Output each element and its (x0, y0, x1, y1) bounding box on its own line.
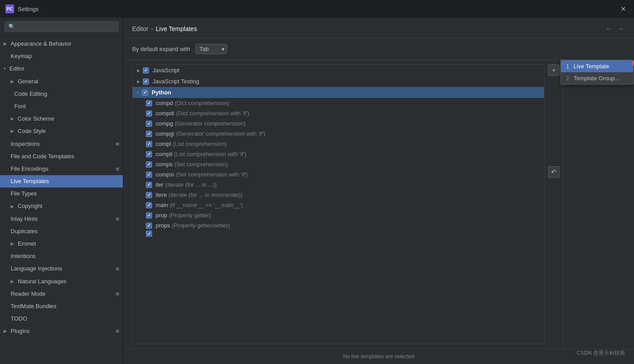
close-button[interactable]: ✕ (618, 4, 629, 13)
sidebar-item-editor[interactable]: ▾ Editor (0, 63, 123, 75)
tpl-item-desc-compl: (List comprehension) (173, 141, 227, 147)
sidebar-item-textmate-bundles[interactable]: TextMate Bundles (0, 300, 123, 313)
sidebar-item-inlay-hints[interactable]: Inlay Hints ▪ (0, 213, 123, 225)
template-list-inner: ▶ JavaScript ▶ JavaScript Testing (133, 65, 544, 344)
dropdown-popup: 1 Live Template 2 Template Group... (560, 60, 634, 85)
tpl-item-desc-compli: (List comprehension with 'if') (174, 151, 247, 157)
tpl-item-prop[interactable]: prop (Property getter) (133, 210, 544, 220)
tpl-group-javascript-testing[interactable]: ▶ JavaScript Testing (133, 76, 544, 87)
tpl-checkbox-props[interactable] (146, 223, 152, 229)
tpl-group-arrow-javascript-testing: ▶ (137, 79, 140, 84)
sidebar-item-color-scheme[interactable]: ▶ Color Scheme (0, 113, 123, 125)
tpl-checkbox-compl[interactable] (146, 141, 152, 147)
tpl-checkbox-compsi[interactable] (146, 172, 152, 178)
title-bar-left: PC Settings (5, 4, 39, 13)
breadcrumb-separator: › (151, 25, 153, 32)
tpl-checkbox-javascript-testing[interactable] (143, 78, 149, 85)
tpl-checkbox-compg[interactable] (146, 121, 152, 127)
tpl-group-name-javascript-testing: JavaScript Testing (153, 78, 199, 85)
tpl-item-compli[interactable]: compli (List comprehension with 'if') (133, 149, 544, 159)
tpl-group-python[interactable]: ▾ Python (133, 87, 544, 98)
undo-button[interactable]: ↶ (548, 166, 560, 178)
tpl-item-name-props: props (156, 222, 170, 229)
sidebar-label-font: Font (14, 102, 26, 110)
sidebar-item-code-editing[interactable]: Code Editing (0, 88, 123, 100)
dropdown-item-live-template[interactable]: 1 Live Template (561, 60, 633, 72)
tpl-item-compgi[interactable]: compgi (Generator comprehension with 'if… (133, 129, 544, 139)
tpl-checkbox-compdi[interactable] (146, 110, 152, 117)
sidebar-item-live-templates[interactable]: Live Templates (0, 175, 123, 188)
sidebar-item-file-code-templates[interactable]: File and Code Templates (0, 150, 123, 163)
sidebar-item-duplicates[interactable]: Duplicates (0, 225, 123, 238)
tpl-item-desc-compg: (Generator comprehension) (175, 120, 246, 127)
sidebar-label-code-editing: Code Editing (14, 90, 47, 98)
expand-arrow-natural-languages: ▶ (11, 278, 14, 285)
tpl-checkbox-itere[interactable] (146, 192, 152, 198)
expand-select[interactable]: Tab Enter Space (196, 44, 227, 54)
sidebar-item-todo[interactable]: TODO (0, 313, 123, 325)
tpl-checkbox-partial[interactable] (146, 231, 152, 237)
sidebar-item-general[interactable]: ▶ General (0, 75, 123, 88)
expand-select-wrapper: Tab Enter Space (196, 44, 227, 54)
tpl-item-desc-iter: (Iterate (for ... in ...)) (165, 181, 217, 188)
tpl-checkbox-compgi[interactable] (146, 131, 152, 137)
tpl-group-javascript[interactable]: ▶ JavaScript (133, 65, 544, 76)
tpl-checkbox-comps[interactable] (146, 161, 152, 168)
tpl-checkbox-javascript[interactable] (143, 67, 149, 74)
sidebar-item-intentions[interactable]: Intentions (0, 250, 123, 262)
expand-arrow-plugins: ▶ (4, 328, 7, 334)
tpl-item-main[interactable]: main (if __name__ == '__main__') (133, 200, 544, 210)
tpl-item-props[interactable]: props (Property getter/setter) (133, 220, 544, 231)
nav-forward-button[interactable]: → (616, 24, 625, 34)
sidebar-item-code-style[interactable]: ▶ Code Style (0, 125, 123, 137)
sidebar-label-editor: Editor (9, 65, 24, 73)
search-input[interactable] (4, 21, 118, 32)
sidebar-item-file-types[interactable]: File Types (0, 188, 123, 200)
tpl-item-partial[interactable] (133, 231, 544, 237)
title-bar-right: ✕ (618, 4, 629, 13)
tpl-checkbox-compd[interactable] (146, 100, 152, 106)
indicator-inspections: ▪ (116, 142, 119, 146)
tpl-item-iter[interactable]: iter (Iterate (for ... in ...)) (133, 180, 544, 190)
sidebar-item-inspections[interactable]: Inspections ▪ (0, 138, 123, 150)
tpl-item-itere[interactable]: itere (Iterate (for ... in enumerate)) (133, 190, 544, 200)
tpl-checkbox-main[interactable] (146, 202, 152, 208)
tpl-item-desc-props: (Property getter/setter) (172, 222, 230, 229)
tpl-item-compd[interactable]: compd (Dict comprehension) (133, 98, 544, 108)
tpl-group-arrow-python: ▾ (137, 90, 139, 95)
tpl-checkbox-compli[interactable] (146, 151, 152, 157)
sidebar-item-font[interactable]: Font (0, 100, 123, 113)
sidebar-label-general: General (18, 78, 38, 86)
sidebar-item-natural-languages[interactable]: ▶ Natural Languages (0, 275, 123, 288)
tpl-checkbox-python[interactable] (142, 90, 148, 96)
tpl-item-desc-main: (if __name__ == '__main__') (170, 202, 243, 208)
sidebar-label-intentions: Intentions (11, 252, 35, 260)
nav-back-button[interactable]: ← (605, 24, 614, 34)
sidebar-item-emmet[interactable]: ▶ Emmet (0, 238, 123, 250)
sidebar-label-emmet: Emmet (18, 240, 36, 248)
tpl-item-comps[interactable]: comps (Set comprehension) (133, 159, 544, 169)
dropdown-item-template-group[interactable]: 2 Template Group... (561, 72, 633, 84)
sidebar-item-file-encodings[interactable]: File Encodings ▪ (0, 163, 123, 175)
watermark: CSDN @景天科技苑 (576, 349, 625, 357)
sidebar-item-keymap[interactable]: Keymap (0, 50, 123, 63)
tpl-item-compg[interactable]: compg (Generator comprehension) (133, 118, 544, 129)
sidebar-item-appearance[interactable]: ▶ Appearance & Behavior (0, 38, 123, 50)
indicator-plugins: ▪ (116, 329, 119, 333)
tpl-item-desc-compsi: (Set comprehension with 'if') (176, 171, 247, 178)
tpl-item-desc-compgi: (Generator comprehension with 'if') (176, 130, 266, 137)
tpl-checkbox-iter[interactable] (146, 182, 152, 188)
tpl-item-compdi[interactable]: compdi (Dict comprehension with 'if') (133, 108, 544, 118)
tpl-item-compl[interactable]: compl (List comprehension) (133, 139, 544, 149)
sidebar-item-plugins[interactable]: ▶ Plugins ▪ (0, 325, 123, 337)
sidebar-item-copyright[interactable]: ▶ Copyright (0, 200, 123, 212)
sidebar-item-reader-mode[interactable]: Reader Mode ▪ (0, 288, 123, 300)
main-area: ▶ Appearance & Behavior Keymap ▾ Editor … (0, 18, 634, 364)
breadcrumb-current: Live Templates (156, 25, 197, 32)
tpl-checkbox-prop[interactable] (146, 212, 152, 219)
add-button[interactable]: + (548, 64, 560, 76)
tpl-item-compsi[interactable]: compsi (Set comprehension with 'if') (133, 169, 544, 180)
tpl-item-name-main: main (156, 202, 168, 208)
breadcrumb: Editor › Live Templates (132, 25, 197, 32)
sidebar-item-language-injections[interactable]: Language Injections ▪ (0, 262, 123, 275)
